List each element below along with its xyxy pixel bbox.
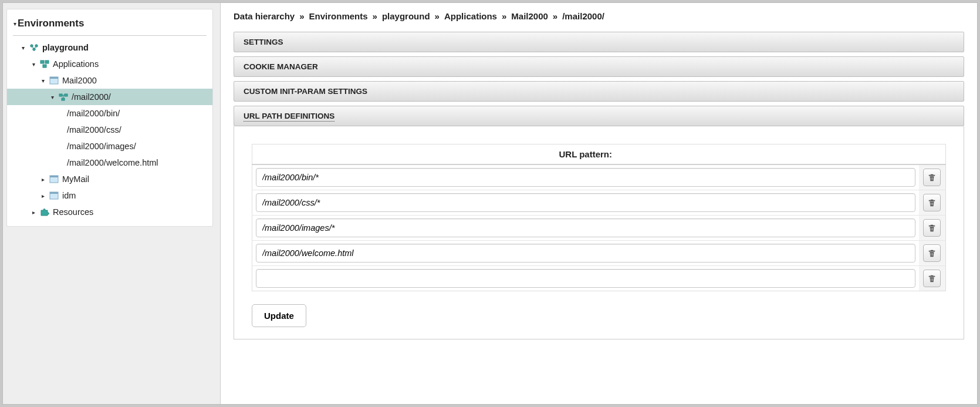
delete-button[interactable]	[923, 270, 941, 287]
url-pattern-input[interactable]	[256, 193, 915, 212]
table-row	[252, 164, 946, 190]
tree-item-idm[interactable]: ▸ idm	[7, 187, 212, 204]
delete-button[interactable]	[923, 219, 941, 237]
svg-rect-16	[50, 176, 58, 177]
breadcrumb-item[interactable]: /mail2000/	[562, 11, 604, 21]
apps-icon	[40, 60, 49, 68]
table-row	[252, 190, 946, 216]
tree-item-applications[interactable]: ▾ Applications	[7, 56, 212, 72]
trash-icon	[928, 274, 936, 282]
tree-item-resources[interactable]: ▸ Resources	[7, 204, 212, 220]
delete-button[interactable]	[923, 244, 941, 262]
window-icon	[49, 191, 59, 200]
flow-icon	[59, 93, 68, 101]
svg-rect-9	[50, 77, 58, 79]
tree-item-mail2000-root[interactable]: ▾ /mail2000/	[7, 89, 212, 105]
tree-label: /mail2000/images/	[67, 142, 136, 151]
tree-item-mymail[interactable]: ▸ MyMail	[7, 171, 212, 187]
breadcrumb-item[interactable]: Data hierarchy	[234, 11, 295, 21]
breadcrumb-item[interactable]: Mail2000	[511, 11, 548, 21]
breadcrumb-sep: »	[370, 11, 380, 21]
section-label: SETTINGS	[244, 38, 283, 46]
tree-label: /mail2000/welcome.html	[67, 158, 158, 167]
breadcrumb: Data hierarchy » Environments » playgrou…	[234, 11, 964, 21]
breadcrumb-sep: »	[432, 11, 442, 21]
url-pattern-input[interactable]	[256, 168, 915, 187]
trash-icon	[928, 224, 936, 232]
trash-icon	[928, 249, 936, 257]
trash-icon	[928, 199, 936, 207]
tree-label: playground	[42, 43, 89, 52]
section-label: COOKIE MANAGER	[244, 62, 318, 71]
tree-label: idm	[62, 191, 76, 200]
chevron-right-icon: ▸	[31, 209, 36, 215]
url-pattern-input[interactable]	[256, 244, 915, 263]
section-url-path-definitions[interactable]: URL PATH DEFINITIONS	[234, 106, 964, 126]
app-root: ▾ Environments ▾ playground ▾ Applicatio…	[2, 2, 978, 405]
tree-title-row[interactable]: ▾ Environments	[7, 15, 212, 33]
breadcrumb-sep: »	[550, 11, 560, 21]
update-button[interactable]: Update	[252, 304, 306, 327]
svg-rect-12	[62, 98, 65, 100]
window-icon	[49, 175, 59, 183]
breadcrumb-item[interactable]: Applications	[444, 11, 497, 21]
tree-label: Applications	[53, 59, 99, 69]
breadcrumb-item[interactable]: Environments	[309, 11, 368, 21]
section-settings[interactable]: SETTINGS	[234, 32, 964, 52]
section-cookie-manager[interactable]: COOKIE MANAGER	[234, 56, 964, 77]
tree-label: Mail2000	[62, 76, 97, 85]
tree-label: /mail2000/	[72, 92, 111, 102]
chevron-down-icon: ▾	[40, 78, 46, 83]
svg-rect-6	[45, 60, 49, 63]
chevron-right-icon: ▸	[40, 176, 46, 182]
tree-label: Resources	[53, 207, 93, 217]
main-content: Data hierarchy » Environments » playgrou…	[220, 3, 977, 404]
tree-label: /mail2000/css/	[67, 125, 121, 134]
table-header-url-pattern: URL pattern:	[252, 144, 919, 165]
tree-separator	[13, 35, 207, 36]
tree-item-child[interactable]: ▾ /mail2000/welcome.html	[7, 154, 212, 171]
svg-rect-18	[50, 192, 58, 194]
chevron-down-icon: ▾	[20, 45, 26, 51]
section-label: URL PATH DEFINITIONS	[244, 112, 334, 122]
url-pattern-table: URL pattern:	[252, 144, 946, 291]
breadcrumb-sep: »	[297, 11, 306, 21]
svg-rect-10	[59, 94, 62, 96]
breadcrumb-sep: »	[499, 11, 509, 21]
cluster-icon	[29, 43, 39, 52]
url-pattern-input[interactable]	[256, 218, 915, 237]
svg-rect-5	[40, 60, 44, 63]
tree-item-child[interactable]: ▾ /mail2000/css/	[7, 122, 212, 138]
section-body-url-path: URL pattern:	[234, 126, 964, 339]
chevron-down-icon: ▾	[31, 61, 36, 67]
tree-item-mail2000[interactable]: ▾ Mail2000	[7, 72, 212, 89]
section-init-param[interactable]: CUSTOM INIT-PARAM SETTINGS	[234, 81, 964, 102]
url-pattern-input[interactable]	[256, 269, 915, 288]
breadcrumb-item[interactable]: playground	[382, 11, 430, 21]
delete-button[interactable]	[923, 194, 941, 211]
table-header-actions	[919, 144, 946, 165]
chevron-down-icon: ▾	[49, 94, 55, 100]
tree-item-child[interactable]: ▾ /mail2000/images/	[7, 138, 212, 154]
trash-icon	[928, 173, 936, 181]
puzzle-icon	[40, 208, 49, 216]
svg-rect-7	[43, 65, 46, 68]
table-row	[252, 266, 946, 291]
table-row	[252, 241, 946, 266]
tree-item-child[interactable]: ▾ /mail2000/bin/	[7, 105, 212, 122]
section-label: CUSTOM INIT-PARAM SETTINGS	[244, 87, 367, 96]
tree-label: /mail2000/bin/	[67, 109, 120, 118]
window-icon	[49, 76, 59, 85]
svg-rect-11	[65, 94, 67, 96]
sidebar: ▾ Environments ▾ playground ▾ Applicatio…	[3, 3, 220, 404]
tree-item-playground[interactable]: ▾ playground	[7, 39, 212, 56]
tree-title: Environments	[18, 18, 84, 29]
chevron-down-icon: ▾	[12, 21, 18, 26]
table-row	[252, 216, 946, 241]
tree-label: MyMail	[62, 174, 89, 184]
chevron-right-icon: ▸	[40, 193, 46, 199]
tree-panel: ▾ Environments ▾ playground ▾ Applicatio…	[6, 9, 213, 227]
delete-button[interactable]	[923, 169, 941, 186]
